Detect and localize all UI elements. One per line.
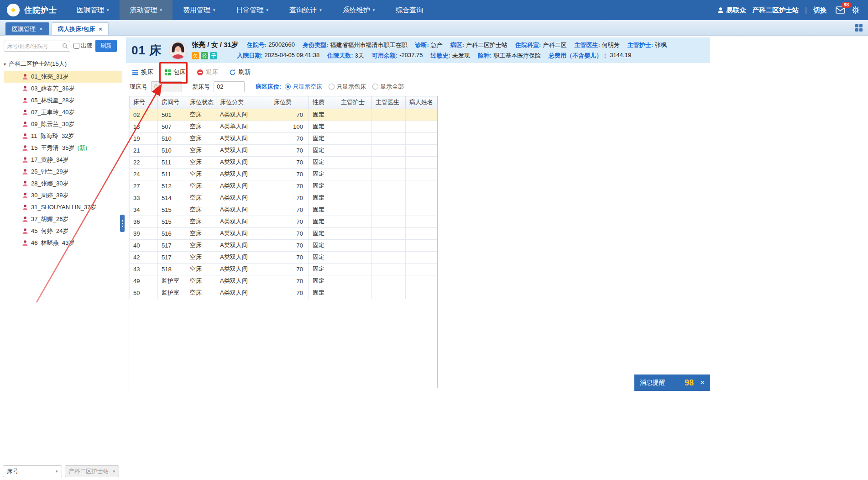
- table-cell: 固定: [309, 227, 337, 239]
- patient-list-item[interactable]: 11_陈海玲_32岁: [4, 130, 122, 142]
- current-bed-input[interactable]: [151, 81, 182, 92]
- menu-item[interactable]: 费用管理 ▾: [173, 0, 226, 20]
- patient-list-item[interactable]: 03_薛春芳_36岁: [4, 83, 122, 95]
- table-row[interactable]: 40517空床A类双人间70固定: [130, 239, 438, 251]
- sort-select[interactable]: 床号 ▾: [3, 465, 62, 477]
- radio-option[interactable]: 只显示空床: [285, 83, 322, 91]
- menu-item[interactable]: 综合查询 ▾: [385, 0, 434, 20]
- user-button[interactable]: 易联众: [717, 6, 746, 15]
- table-row[interactable]: 49监护室空床A类双人间70固定: [130, 275, 438, 287]
- refresh-button[interactable]: 刷新: [225, 66, 255, 79]
- table-cell: [406, 216, 438, 227]
- column-header[interactable]: 主管医生: [372, 96, 406, 109]
- switch-station-button[interactable]: 切换: [813, 6, 826, 15]
- discharge-checkbox[interactable]: [73, 43, 79, 49]
- table-cell: 固定: [309, 239, 337, 251]
- menu-item[interactable]: 系统维护 ▾: [332, 0, 386, 20]
- patient-item-label: 25_钟兰_29岁: [31, 168, 68, 176]
- current-bed-label: 现床号: [130, 83, 147, 91]
- patient-list-item[interactable]: 37_胡媚_26岁: [4, 213, 122, 225]
- patient-field: 诊断: 急产: [415, 41, 442, 49]
- close-icon[interactable]: ×: [99, 26, 102, 32]
- table-cell: 固定: [309, 180, 337, 192]
- patient-list-item[interactable]: 31_SHOUYAN LIN_37岁: [4, 201, 122, 213]
- change-bed-button[interactable]: 换床: [128, 66, 157, 79]
- patient-tree: ▾ 产科二区护士站(15人) 01_张亮_31岁 03_薛春芳_36岁 05_林…: [0, 55, 122, 249]
- current-station-label[interactable]: 产科二区护士站: [753, 6, 799, 15]
- menu-item[interactable]: 医嘱管理 ▾: [66, 0, 120, 20]
- grid-layout-icon[interactable]: [855, 24, 863, 32]
- patient-list-item[interactable]: 45_何婷_24岁: [4, 225, 122, 237]
- patient-list-item[interactable]: 46_林晓燕_43岁: [4, 237, 122, 249]
- search-input[interactable]: [4, 41, 70, 52]
- close-icon[interactable]: ×: [700, 378, 705, 387]
- column-header[interactable]: 床位费: [270, 96, 309, 109]
- table-row[interactable]: 42517空床A类双人间70固定: [130, 251, 438, 263]
- table-cell: 43: [130, 263, 158, 275]
- table-row[interactable]: 13507空床A类单人间100固定: [130, 121, 438, 132]
- menu-item[interactable]: 流动管理 ▾: [120, 0, 173, 20]
- table-row[interactable]: 33514空床A类双人间70固定: [130, 192, 438, 204]
- patient-sidebar: 出院 刷新 ▾ 产科二区护士站(15人) 01_张亮_31岁 03_薛春芳_36…: [0, 36, 122, 480]
- table-row[interactable]: 43518空床A类双人间70固定: [130, 263, 438, 275]
- message-reminder-bar[interactable]: 消息提醒 98 ×: [634, 375, 710, 391]
- patient-list-item[interactable]: 28_张娜_30岁: [4, 178, 122, 190]
- column-header[interactable]: 主管护士: [337, 96, 372, 109]
- table-cell: [372, 109, 406, 121]
- table-row[interactable]: 50监护室空床A类双人间70固定: [130, 287, 438, 299]
- table-row[interactable]: 22511空床A类双人间70固定: [130, 156, 438, 168]
- table-cell: 50: [130, 287, 158, 299]
- table-row[interactable]: 02501空床A类双人间70固定: [130, 109, 438, 121]
- tree-root-node[interactable]: ▾ 产科二区护士站(15人): [4, 58, 122, 69]
- column-header[interactable]: 病人姓名: [406, 96, 438, 109]
- column-header[interactable]: 房间号: [158, 96, 186, 109]
- table-cell: [406, 168, 438, 180]
- return-bed-button[interactable]: 退床: [193, 66, 222, 79]
- tab[interactable]: 医嘱管理 ×: [5, 22, 49, 35]
- new-bed-input[interactable]: [214, 81, 245, 92]
- radio-option[interactable]: 只显示包床: [329, 83, 366, 91]
- radio-option[interactable]: 显示全部: [372, 83, 404, 91]
- table-row[interactable]: 27512空床A类双人间70固定: [130, 180, 438, 192]
- sidebar-collapse-handle[interactable]: [120, 215, 125, 232]
- column-header[interactable]: 床号: [130, 96, 158, 109]
- menu-item[interactable]: 日常管理 ▾: [226, 0, 279, 20]
- patient-list-item[interactable]: 17_黄静_34岁: [4, 154, 122, 166]
- column-header[interactable]: 床位分类: [216, 96, 270, 109]
- patient-list-item[interactable]: 15_王秀清_35岁 (新): [4, 142, 122, 154]
- settings-button[interactable]: [852, 6, 860, 14]
- field-value: 何明芳: [602, 41, 620, 49]
- table-row[interactable]: 39516空床A类双人间70固定: [130, 227, 438, 239]
- patient-list-item[interactable]: 09_陈云兰_30岁: [4, 118, 122, 130]
- status-badge: 子: [210, 52, 217, 59]
- table-row[interactable]: 34515空床A类双人间70固定: [130, 204, 438, 216]
- table-row[interactable]: 21510空床A类双人间70固定: [130, 144, 438, 156]
- patient-list-item[interactable]: 07_王聿玲_40岁: [4, 106, 122, 118]
- patient-header-band: 01 床 张亮 / 女 / 31: [126, 37, 710, 63]
- table-cell: 固定: [309, 204, 337, 216]
- search-icon[interactable]: [62, 43, 68, 49]
- patient-list-item[interactable]: 25_钟兰_29岁: [4, 166, 122, 178]
- column-header[interactable]: 床位状态: [186, 96, 216, 109]
- field-label: 住院号:: [247, 41, 267, 49]
- column-header[interactable]: 性质: [309, 96, 337, 109]
- table-cell: 70: [270, 216, 309, 227]
- patient-list-item[interactable]: 30_周婷_39岁: [4, 190, 122, 201]
- patient-list-item[interactable]: 05_林悦星_28岁: [4, 95, 122, 106]
- table-row[interactable]: 19510空床A类双人间70固定: [130, 132, 438, 144]
- table-row[interactable]: 36515空床A类双人间70固定: [130, 216, 438, 227]
- patient-list-item[interactable]: 01_张亮_31岁: [4, 71, 122, 83]
- menu-item[interactable]: 查询统计 ▾: [279, 0, 332, 20]
- reserve-bed-button[interactable]: 包床: [160, 66, 190, 79]
- messages-button[interactable]: 98: [836, 6, 845, 14]
- tab[interactable]: 病人换床/包床 ×: [52, 22, 109, 35]
- field-label: 诊断:: [415, 41, 429, 49]
- table-row[interactable]: 24511空床A类双人间70固定: [130, 168, 438, 180]
- discharge-checkbox-label[interactable]: 出院: [73, 42, 92, 50]
- close-icon[interactable]: ×: [39, 26, 43, 32]
- sidebar-refresh-button[interactable]: 刷新: [95, 40, 117, 52]
- table-cell: 22: [130, 156, 158, 168]
- station-select[interactable]: 产科二区护士站 ▾: [65, 465, 119, 477]
- patient-item-label: 37_胡媚_26岁: [31, 215, 68, 223]
- change-bed-label: 换床: [141, 68, 153, 76]
